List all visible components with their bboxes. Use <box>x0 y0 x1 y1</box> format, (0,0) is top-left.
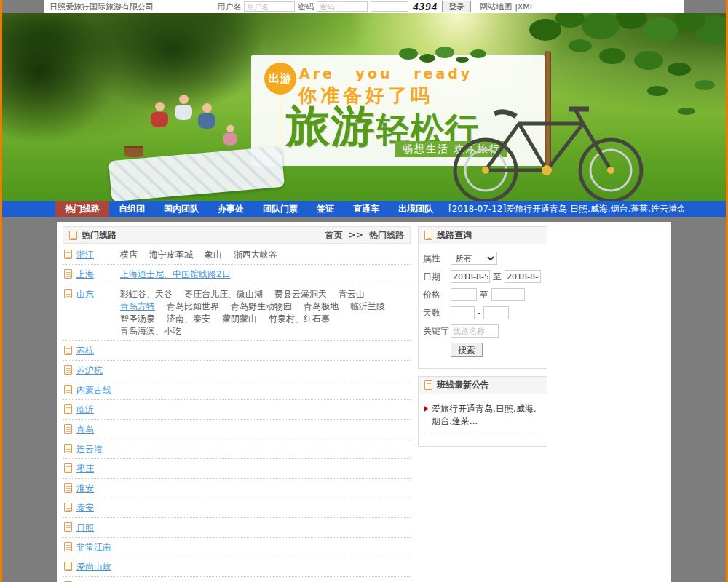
route-item-link[interactable]: 横店 <box>120 249 138 261</box>
nav-tab[interactable]: 出境团队 <box>389 201 443 217</box>
route-item-link[interactable]: 青岛野生动物园 <box>231 300 292 313</box>
route-item-link[interactable]: 费县云瀑洞天 <box>274 288 327 300</box>
route-item-link[interactable]: 青岛海滨、小吃 <box>120 325 181 338</box>
document-icon <box>64 289 72 298</box>
route-row: 日照 <box>63 518 411 538</box>
breadcrumb-home-link[interactable]: 首页 <box>325 230 343 240</box>
route-item-link[interactable]: 青岛比如世界 <box>167 300 219 313</box>
region-link[interactable]: 浙江 <box>76 249 110 261</box>
nav-inner: 热门线路自组团国内团队办事处团队门票签证直通车出境团队 [2018-07-12]… <box>44 201 684 217</box>
route-item-link[interactable]: 临沂兰陵 <box>350 300 385 313</box>
search-button-row: 搜索 <box>423 343 542 357</box>
region-link[interactable]: 枣庄 <box>76 463 110 475</box>
nav-tab[interactable]: 办事处 <box>208 201 253 217</box>
route-items: 上海迪士尼、中国馆线路2日 <box>120 268 409 281</box>
region-link[interactable]: 苏沪杭 <box>76 364 110 377</box>
route-item-link[interactable]: 上海迪士尼、中国馆线路2日 <box>120 268 231 281</box>
route-item-link[interactable]: 枣庄台儿庄、微山湖 <box>184 288 263 300</box>
username-input[interactable] <box>244 1 295 12</box>
breadcrumb-separator: >> <box>349 230 363 240</box>
region-link[interactable]: 非常江南 <box>76 541 111 554</box>
region-link[interactable]: 青岛 <box>76 423 110 436</box>
route-row: 青岛 <box>63 420 411 439</box>
hero-banner: 出游 Are you ready 你准备好了吗 旅游轻松行 畅想生活 欢乐旅行 <box>2 13 726 201</box>
password-input[interactable] <box>317 1 368 12</box>
route-item-link[interactable]: 象山 <box>205 249 222 261</box>
route-row: 非常江南 <box>63 538 411 557</box>
route-item-link[interactable]: 浙西大峡谷 <box>234 249 277 261</box>
travel-badge: 出游 <box>264 63 296 95</box>
route-row: 山东彩虹谷、天谷枣庄台儿庄、微山湖费县云瀑洞天青云山青岛方特青岛比如世界青岛野生… <box>63 284 411 341</box>
document-icon <box>64 483 72 493</box>
date-row: 日期 至 <box>423 270 542 283</box>
notice-box-header: 班线最新公告 <box>419 377 547 394</box>
route-row: 上海上海迪士尼、中国馆线路2日 <box>63 265 411 284</box>
route-row: 临沂 <box>63 400 411 420</box>
region-link[interactable]: 淮安 <box>76 482 110 495</box>
content-wrapper: 热门线路 首页 >> 热门线路 浙江横店海宁皮革城象山浙西大峡谷上海上海迪士尼、… <box>57 222 671 582</box>
route-row: 浙江横店海宁皮革城象山浙西大峡谷 <box>63 245 411 265</box>
bicycle-illustration <box>440 83 659 201</box>
nav-tab[interactable]: 自组团 <box>109 201 154 217</box>
notice-item[interactable]: 爱旅行开通青岛.日照.威海.烟台.蓬莱... <box>424 403 541 434</box>
region-link[interactable]: 日照 <box>76 522 110 534</box>
tree-illustration <box>2 13 119 144</box>
price-from-input[interactable] <box>451 288 477 301</box>
route-item-link[interactable]: 蒙阴蒙山 <box>222 313 257 325</box>
region-link[interactable]: 连云港 <box>76 443 110 455</box>
route-list: 浙江横店海宁皮革城象山浙西大峡谷上海上海迪士尼、中国馆线路2日山东彩虹谷、天谷枣… <box>63 245 411 582</box>
date-from-input[interactable] <box>451 270 490 283</box>
keyword-input[interactable] <box>451 324 499 338</box>
route-row: 连云港 <box>63 439 411 459</box>
nav-tab[interactable]: 团队门票 <box>253 201 307 217</box>
nav-tab[interactable]: 直通车 <box>344 201 389 217</box>
route-items: 彩虹谷、天谷枣庄台儿庄、微山湖费县云瀑洞天青云山青岛方特青岛比如世界青岛野生动物… <box>120 288 409 338</box>
days-to-input[interactable] <box>483 306 509 319</box>
document-icon <box>64 463 72 473</box>
notice-box: 班线最新公告 爱旅行开通青岛.日照.威海.烟台.蓬莱... <box>418 376 547 447</box>
route-item-link[interactable]: 青云山 <box>339 288 365 300</box>
document-icon <box>69 231 77 240</box>
route-item-link[interactable]: 海宁皮革城 <box>149 249 193 261</box>
route-item-link[interactable]: 竹泉村、红石寨 <box>269 313 330 325</box>
region-link[interactable]: 苏杭 <box>76 345 110 357</box>
nav-tab[interactable]: 签证 <box>307 201 344 217</box>
search-button[interactable]: 搜索 <box>451 343 483 357</box>
route-row: 爱尚山峡 <box>63 557 411 577</box>
route-item-link[interactable]: 青岛方特 <box>120 300 155 313</box>
attribute-select[interactable]: 所有 <box>451 252 497 265</box>
nav-tab[interactable]: 热门线路 <box>55 201 109 217</box>
route-item-link[interactable]: 济南、泰安 <box>167 313 210 325</box>
panel-title-text: 热门线路 <box>82 229 116 242</box>
price-to-input[interactable] <box>491 288 525 301</box>
region-link[interactable]: 上海 <box>76 268 110 281</box>
nav-tab[interactable]: 国内团队 <box>154 201 208 217</box>
days-row: 天数 - <box>423 306 542 319</box>
search-box-title: 线路查询 <box>437 229 472 242</box>
route-item-link[interactable]: 青岛极地 <box>304 300 339 313</box>
person-illustration <box>174 95 193 121</box>
region-link[interactable]: 山东 <box>76 288 110 300</box>
days-from-input[interactable] <box>451 306 475 319</box>
document-icon <box>64 269 72 279</box>
login-button[interactable]: 登录 <box>442 1 471 12</box>
sitemap-link[interactable]: 网站地图 <box>480 1 512 12</box>
document-icon <box>64 503 72 512</box>
captcha-input[interactable] <box>371 1 408 12</box>
person-illustration <box>223 125 238 146</box>
news-ticker[interactable]: [2018-07-12]爱旅行开通青岛 日照.威海.烟台.蓬莱.连云港金品五日… <box>448 203 684 215</box>
region-link[interactable]: 内蒙古线 <box>76 384 111 396</box>
range-word: 至 <box>480 289 488 301</box>
page: 日照爱旅行国际旅游有限公司 用户名 密码 4394 登录 网站地图 |XML 出… <box>0 0 728 582</box>
main-nav: 热门线路自组团国内团队办事处团队门票签证直通车出境团队 [2018-07-12]… <box>2 201 726 217</box>
route-item-link[interactable]: 彩虹谷、天谷 <box>120 288 173 300</box>
login-group: 用户名 密码 4394 登录 网站地图 |XML <box>217 1 534 13</box>
route-item-link[interactable]: 智圣汤泉 <box>120 313 155 325</box>
region-link[interactable]: 泰安 <box>76 502 110 514</box>
route-row: 泰安 <box>63 498 411 518</box>
xml-link[interactable]: |XML <box>515 2 534 12</box>
region-link[interactable]: 爱尚山峡 <box>76 561 111 573</box>
route-row: 苏杭 <box>63 341 411 361</box>
date-to-input[interactable] <box>505 270 541 283</box>
region-link[interactable]: 临沂 <box>76 404 110 416</box>
